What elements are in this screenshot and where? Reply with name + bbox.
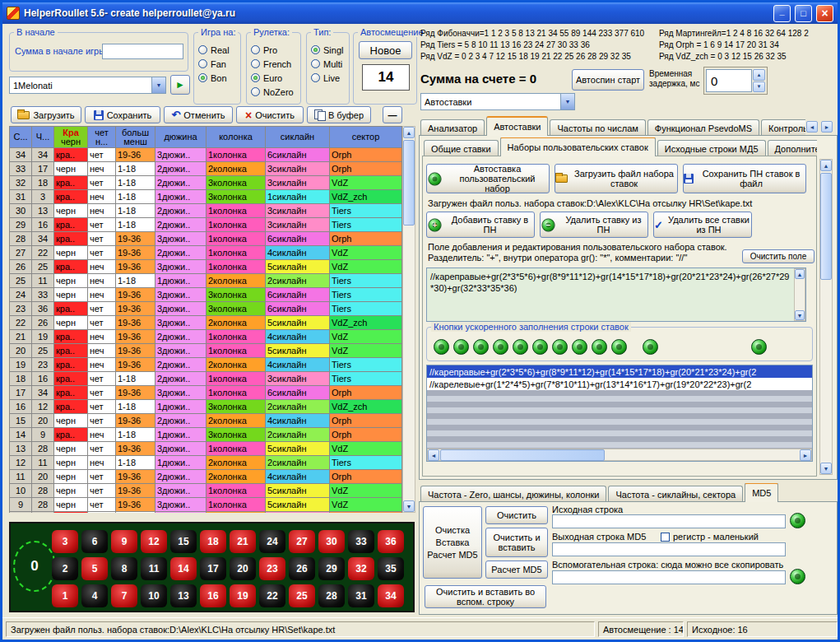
table-row[interactable]: 1734кра..чет19-363дюжи..1колонка6сиклайн… <box>10 386 402 400</box>
board-number-18[interactable]: 18 <box>200 530 226 553</box>
type-radio-multi[interactable]: Multi <box>311 57 348 71</box>
chevron-down-icon[interactable] <box>560 94 574 109</box>
new-button[interactable]: Новое <box>359 41 412 59</box>
table-row[interactable]: 3218кра..чет1-182дюжи..3колонка3сиклайнV… <box>10 176 402 190</box>
table-row[interactable]: 2119кра..неч19-362дюжи..1колонка4сиклайн… <box>10 330 402 344</box>
board-number-30[interactable]: 30 <box>318 530 345 553</box>
clear-field-button[interactable]: Очистить поле <box>742 249 814 263</box>
board-number-16[interactable]: 16 <box>200 584 226 607</box>
type-radio-live[interactable]: Live <box>311 71 348 85</box>
scroll-down-icon[interactable] <box>795 310 805 320</box>
md5-clear-button[interactable]: Очистить <box>485 506 548 524</box>
close-button[interactable] <box>816 5 833 22</box>
autospin-button[interactable]: Автоспин старт <box>572 69 644 91</box>
scroll-down-icon[interactable] <box>820 463 832 474</box>
md5-source-ball-button[interactable] <box>790 513 805 528</box>
auto-stake-set-button[interactable]: Автоставка пользовательский набор <box>426 164 550 193</box>
table-row[interactable]: 149кра..неч1-181дюжи..3колонка2сиклайнOr… <box>10 428 402 442</box>
preset-combobox[interactable]: 1Melonati <box>9 77 166 94</box>
load-button[interactable]: Загрузить <box>11 106 81 123</box>
board-number-25[interactable]: 25 <box>289 584 315 607</box>
chevron-down-icon[interactable] <box>151 77 165 93</box>
table-row[interactable]: 1520чернчет19-362дюжи..2колонка4сиклайнO… <box>10 414 402 428</box>
board-number-33[interactable]: 33 <box>348 530 374 553</box>
game-radio-bon[interactable]: Bon <box>198 71 239 85</box>
spin-up-icon[interactable] <box>753 69 765 81</box>
editor-scrollbar[interactable] <box>794 268 805 321</box>
main-tab-4[interactable]: Контроль банкро <box>761 119 805 136</box>
table-scrollbar[interactable] <box>402 126 415 513</box>
save-stake-set-button[interactable]: Сохранить ПН ставок в файл <box>683 164 806 193</box>
table-row[interactable]: 1211черннеч1-181дюжи..2колонка2сиклайнTi… <box>10 456 402 470</box>
board-number-17[interactable]: 17 <box>200 557 226 580</box>
table-row[interactable]: 2511черннеч1-181дюжи..2колонка2сиклайнTi… <box>10 274 402 288</box>
board-number-24[interactable]: 24 <box>259 530 285 553</box>
table-row[interactable]: 928чернчет19-363дюжи..1колонка5сиклайнVd… <box>10 498 402 512</box>
board-number-6[interactable]: 6 <box>81 530 108 553</box>
scroll-right-icon[interactable] <box>800 449 811 461</box>
stake-set-list[interactable]: //кареправые+gr(2*3*5*6)+gr(8*9*11*12)+g… <box>426 365 813 462</box>
board-number-19[interactable]: 19 <box>230 584 256 607</box>
quick-fill-ball-5[interactable] <box>513 339 528 355</box>
quick-fill-ball-8[interactable] <box>572 339 587 355</box>
board-number-11[interactable]: 11 <box>141 557 167 580</box>
quick-fill-ball-11[interactable] <box>643 339 658 355</box>
delete-stake-button[interactable]: Удалить ставку из ПН <box>540 212 648 238</box>
board-number-15[interactable]: 15 <box>170 530 197 553</box>
tab-scroll-right-icon[interactable] <box>821 121 833 133</box>
sub-tab-0[interactable]: Общие ставки <box>424 140 499 156</box>
main-tab-0[interactable]: Анализатор <box>420 119 485 136</box>
board-number-35[interactable]: 35 <box>378 557 404 580</box>
md5-case-checkbox[interactable]: регистр - маленький <box>661 532 759 542</box>
main-tab-1[interactable]: Автоставки <box>486 116 548 136</box>
board-number-14[interactable]: 14 <box>170 557 197 580</box>
table-row[interactable]: 1028чернчет19-363дюжи..1колонка5сиклайнV… <box>10 484 402 498</box>
table-row[interactable]: 1923кра..неч19-362дюжи..2колонка4сиклайн… <box>10 358 402 372</box>
collapse-button[interactable]: — <box>383 106 402 123</box>
board-number-13[interactable]: 13 <box>170 584 197 607</box>
scroll-up-icon[interactable] <box>403 127 415 138</box>
delete-all-stakes-button[interactable]: Удалить все ставки из ПН <box>653 212 752 238</box>
board-number-28[interactable]: 28 <box>318 584 345 607</box>
scrollbar-thumb[interactable] <box>820 173 832 280</box>
quick-fill-ball-9[interactable] <box>592 339 607 355</box>
board-number-1[interactable]: 1 <box>52 584 78 607</box>
quick-fill-ball-1[interactable] <box>434 339 449 355</box>
board-number-26[interactable]: 26 <box>289 557 315 580</box>
md5-aux-ball-button[interactable] <box>790 569 805 584</box>
board-number-10[interactable]: 10 <box>141 584 167 607</box>
scroll-up-icon[interactable] <box>820 160 832 171</box>
save-button[interactable]: Сохранить <box>85 106 160 123</box>
table-row[interactable]: 3317черннеч1-182дюжи..2колонка3сиклайнOr… <box>10 162 402 176</box>
main-tab-2[interactable]: Частоты по числам <box>550 119 645 136</box>
sub-tab-2[interactable]: Исходные строки МД5 <box>657 140 766 156</box>
table-row[interactable]: 3013черннеч1-182дюжи..1колонка3сиклайнTi… <box>10 204 402 218</box>
board-number-7[interactable]: 7 <box>111 584 137 607</box>
scroll-left-icon[interactable] <box>428 449 439 461</box>
board-number-32[interactable]: 32 <box>348 557 374 580</box>
table-row[interactable]: 814кра..чет1-182дюжи..2колонка3сиклайнOr… <box>10 512 402 513</box>
table-row[interactable]: 1120чернчет19-362дюжи..2колонка4сиклайнO… <box>10 470 402 484</box>
bottom-tab-1[interactable]: Частота - сиклайны, сектора <box>608 486 743 502</box>
delay-value[interactable]: 0 <box>706 69 752 92</box>
roulette-radio-nozero[interactable]: NoZero <box>251 85 299 99</box>
roulette-radio-euro[interactable]: Euro <box>251 71 299 85</box>
scrollbar-thumb[interactable] <box>403 140 415 226</box>
table-row[interactable]: 2625кра..неч19-363дюжи..1колонка5сиклайн… <box>10 260 402 274</box>
sub-tab-1[interactable]: Наборы пользовательских ставок <box>500 137 656 156</box>
md5-calc-button[interactable]: Расчет MD5 <box>485 561 548 579</box>
spin-down-icon[interactable] <box>753 81 765 93</box>
table-row[interactable]: 1612кра..чет1-181дюжи..3колонка2сиклайнV… <box>10 400 402 414</box>
table-row[interactable]: 2834кра..чет19-363дюжи..1колонка6сиклайн… <box>10 232 402 246</box>
board-number-22[interactable]: 22 <box>259 584 285 607</box>
quick-fill-ball-7[interactable] <box>552 339 568 355</box>
quick-fill-ball-2[interactable] <box>453 339 469 355</box>
table-row[interactable]: 1816кра..чет1-182дюжи..1колонка3сиклайнT… <box>10 372 402 386</box>
quick-fill-ball-4[interactable] <box>493 339 508 355</box>
sub-tab-3[interactable]: Дополнительные <box>768 140 818 156</box>
board-number-5[interactable]: 5 <box>81 557 108 580</box>
md5-source-input[interactable] <box>552 514 786 528</box>
bottom-tab-2[interactable]: MD5 <box>745 483 778 502</box>
board-number-29[interactable]: 29 <box>318 557 345 580</box>
board-number-12[interactable]: 12 <box>141 530 167 553</box>
